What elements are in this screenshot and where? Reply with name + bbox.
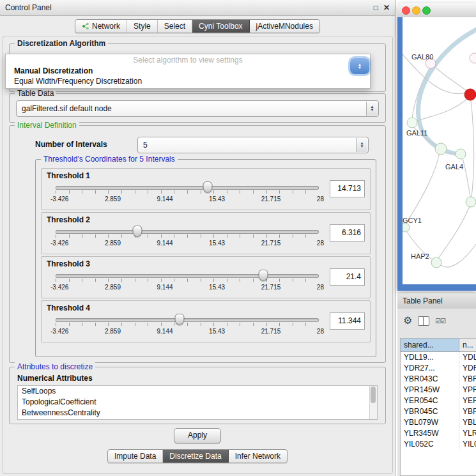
attribute-list-item[interactable]: BetweennessCentrality (18, 408, 377, 418)
network-node[interactable] (456, 149, 466, 159)
table-row[interactable]: YLR345WYLR3 (401, 428, 476, 439)
scale-label: 21.715 (261, 328, 281, 335)
numerical-attributes-label: Numerical Attributes (17, 374, 93, 383)
network-node[interactable] (466, 197, 476, 207)
close-traffic-light[interactable] (402, 6, 410, 15)
table-row[interactable]: YBR043CYBR0 (401, 374, 476, 385)
zoom-traffic-light[interactable] (422, 6, 431, 15)
network-node[interactable] (403, 223, 410, 232)
control-panel-window: Control Panel □ ✕ NetworkStyleSelectCyni… (0, 0, 395, 476)
scale-label: 21.715 (261, 284, 281, 291)
threshold-slider[interactable] (56, 226, 319, 238)
algorithm-dropdown-popup: Select algorithm to view settings Manual… (5, 54, 371, 89)
table-cell: YLR345W (401, 428, 459, 439)
threshold-value-field[interactable]: 11.344 (330, 312, 365, 330)
slider-thumb[interactable] (259, 270, 268, 281)
number-of-intervals-label: Number of Intervals (35, 140, 107, 149)
scale-label: 15.43 (209, 240, 225, 247)
table-row[interactable]: YER054CYER0 (401, 395, 476, 406)
tab-select[interactable]: Select (158, 20, 192, 33)
network-node[interactable] (464, 89, 476, 100)
threshold-slider[interactable] (56, 314, 319, 326)
attributes-list-scrollbar[interactable] (369, 386, 377, 419)
network-node[interactable] (470, 53, 476, 63)
control-panel-titlebar: Control Panel □ ✕ (0, 0, 395, 16)
table-cell: YIL052C (401, 439, 459, 450)
tab-impute-data[interactable]: Impute Data (108, 450, 163, 463)
threshold-panel: Threshold 3 -3.4262.8599.14415.4321.7152… (41, 256, 371, 298)
column-header-name[interactable]: n... (459, 339, 476, 351)
table-panel-title: Table Panel (397, 296, 443, 305)
threshold-slider[interactable] (56, 181, 319, 194)
table-row[interactable]: YBL079WYBL0 (401, 417, 476, 428)
columns-icon[interactable] (418, 316, 429, 326)
number-of-intervals-value: 5 (143, 137, 148, 153)
network-edge (463, 158, 470, 197)
close-icon[interactable]: ✕ (383, 3, 390, 12)
table-row[interactable]: YBR045CYBR0 (401, 406, 476, 417)
network-node[interactable] (407, 118, 417, 128)
table-row[interactable]: YPR145WYPR1 (401, 385, 476, 395)
network-node[interactable] (431, 257, 441, 268)
threshold-slider[interactable] (56, 270, 319, 282)
algorithm-options: Manual DiscretizationEqual Width/Frequen… (6, 66, 370, 86)
table-panel-header: Table Panel (397, 293, 476, 309)
table-cell: YBL0 (459, 417, 476, 428)
number-of-intervals-stepper[interactable]: ▲ ▼ (356, 138, 367, 152)
apply-button[interactable]: Apply (174, 428, 221, 443)
table-toolbar: ⚙ ☑☑ (397, 312, 476, 329)
table-row[interactable]: YDL19...YDL1 (401, 352, 476, 363)
attribute-list-item[interactable]: TopologicalCoefficient (18, 397, 377, 408)
scale-label: 15.43 (209, 196, 225, 203)
tab-jactivemnodules[interactable]: jActiveMNodules (250, 20, 319, 33)
attributes-list[interactable]: SelfLoopsTopologicalCoefficientBetweenne… (17, 385, 378, 420)
tab-network[interactable]: Network (75, 20, 127, 33)
scrollbar-thumb[interactable] (371, 387, 376, 403)
network-canvas[interactable]: GAL80GAL11GAL4GCY1HAP2 (403, 17, 476, 284)
table-cell: YLR3 (459, 428, 476, 439)
threshold-value-field[interactable]: 14.713 (330, 180, 365, 197)
float-window-icon[interactable]: □ (374, 3, 378, 12)
algorithm-option[interactable]: Equal Width/Frequency Discretization (6, 76, 370, 86)
slider-thumb[interactable] (132, 226, 142, 237)
table-data-combo-stepper[interactable]: ▲ ▼ (366, 102, 378, 116)
slider-thumb[interactable] (174, 314, 184, 325)
tab-discretize-data[interactable]: Discretize Data (163, 450, 228, 463)
table-panel-window: ⚙ ☑☑ shared... n... YDL19...YDL1YDR27...… (397, 309, 476, 476)
network-node[interactable] (435, 143, 447, 155)
thresholds-group-title: Threshold's Coordinates for 5 Intervals (41, 155, 178, 164)
number-of-intervals-combo[interactable]: 5 ▲ ▼ (137, 137, 369, 153)
threshold-panel: Threshold 4 -3.4262.8599.14415.4321.7152… (41, 300, 371, 342)
minimize-traffic-light[interactable] (412, 6, 420, 15)
threshold-label: Threshold 1 (47, 171, 90, 180)
table-row[interactable]: YIL052CYIL0 (401, 439, 476, 450)
tab-infer-network[interactable]: Infer Network (229, 450, 287, 463)
select-columns-icon[interactable]: ☑☑ (435, 318, 445, 325)
threshold-label: Threshold 2 (47, 215, 90, 224)
tab-label: Cyni Toolbox (199, 22, 242, 31)
gear-icon[interactable]: ⚙ (403, 316, 412, 326)
attributes-group-title: Attributes to discretize (15, 362, 95, 371)
network-canvas-svg[interactable]: GAL80GAL11GAL4GCY1HAP2 (403, 17, 476, 284)
attribute-list-item[interactable]: SelfLoops (18, 386, 377, 397)
table-row[interactable]: YDR27...YDR2 (401, 363, 476, 374)
scale-label: 21.715 (261, 196, 281, 203)
scale-label: -3.426 (50, 284, 68, 291)
algorithm-option[interactable]: Manual Discretization (6, 66, 370, 76)
threshold-value-field[interactable]: 6.316 (330, 224, 365, 242)
column-header-shared-name[interactable]: shared... (401, 339, 459, 351)
threshold-value-field[interactable]: 21.4 (330, 268, 365, 286)
tab-cyni-toolbox[interactable]: Cyni Toolbox (192, 20, 249, 33)
network-window-titlebar[interactable] (397, 3, 476, 18)
slider-track (56, 318, 319, 322)
scale-label: 28 (317, 196, 324, 203)
slider-thumb[interactable] (203, 181, 212, 193)
table-data-combo-value: galFiltered.sif default node (22, 101, 112, 116)
scale-label: -3.426 (50, 328, 68, 335)
network-view-window: GAL80GAL11GAL4GCY1HAP2 (397, 3, 476, 291)
table-data-combo[interactable]: galFiltered.sif default node ▲ ▼ (16, 100, 379, 117)
tab-style[interactable]: Style (127, 20, 158, 33)
threshold-panel: Threshold 1 -3.4262.8599.14415.4321.7152… (41, 168, 371, 210)
algorithm-combo-button[interactable]: ▲ ▼ (350, 58, 369, 74)
spinner-down-icon: ▼ (360, 145, 364, 148)
